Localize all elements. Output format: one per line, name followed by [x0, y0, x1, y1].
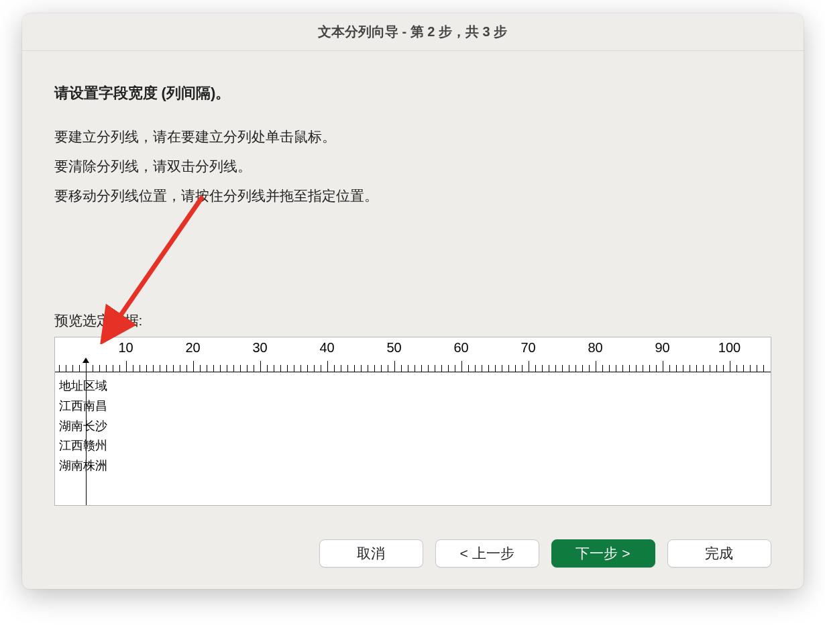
ruler-tick-minor — [354, 365, 355, 372]
ruler-tick-label: 100 — [718, 340, 740, 356]
ruler-tick-label: 70 — [520, 340, 535, 356]
back-button[interactable]: < 上一步 — [435, 539, 539, 568]
ruler-tick-minor — [441, 365, 442, 372]
ruler-tick-minor — [562, 365, 563, 372]
ruler-tick-minor — [736, 365, 737, 372]
ruler-tick-minor — [408, 365, 408, 372]
ruler-tick-minor — [710, 365, 710, 372]
instruction-move: 要移动分列线位置，请按住分列线并拖至指定位置。 — [54, 181, 771, 211]
finish-button[interactable]: 完成 — [667, 539, 771, 568]
ruler-tick-minor — [676, 365, 677, 372]
ruler-tick-minor — [428, 365, 429, 372]
next-button[interactable]: 下一步 > — [551, 539, 655, 568]
ruler-tick-minor — [575, 365, 576, 372]
ruler-tick-minor — [690, 365, 690, 372]
ruler-tick-minor — [287, 365, 288, 372]
ruler-tick-minor — [636, 365, 637, 372]
ruler-tick-minor — [468, 365, 469, 372]
ruler-tick-minor — [113, 365, 113, 372]
ruler-tick-minor — [743, 365, 744, 372]
ruler-tick-minor — [59, 365, 60, 372]
ruler-tick-label: 90 — [655, 340, 669, 356]
ruler-tick-minor — [381, 365, 382, 372]
ruler-tick-minor — [515, 365, 516, 372]
ruler-tick-minor — [368, 365, 368, 372]
ruler-tick-minor — [220, 365, 221, 372]
column-break-line[interactable] — [86, 362, 87, 505]
ruler-tick-minor — [294, 365, 294, 372]
cancel-button[interactable]: 取消 — [319, 539, 423, 568]
ruler-tick-minor — [200, 365, 201, 372]
data-preview-panel[interactable]: 102030405060708090100 地址区域江西南昌湖南长沙江西赣州湖南… — [54, 337, 771, 506]
ruler-tick-minor — [750, 365, 751, 372]
ruler-tick-minor — [347, 365, 348, 372]
ruler-tick-minor — [307, 365, 308, 372]
ruler-tick-minor — [72, 365, 73, 372]
ruler-tick-minor — [207, 365, 207, 372]
ruler-tick-minor — [99, 365, 100, 372]
ruler-tick-minor — [146, 365, 147, 372]
ruler-tick-minor — [321, 365, 321, 372]
ruler-tick-major — [193, 361, 194, 372]
ruler-tick-minor — [133, 365, 133, 372]
preview-label: 预览选定数据: — [54, 311, 771, 330]
column-ruler[interactable]: 102030405060708090100 — [55, 337, 771, 372]
preview-row: 江西南昌 — [59, 396, 771, 417]
ruler-tick-label: 50 — [386, 340, 401, 356]
ruler-tick-major — [730, 361, 730, 372]
ruler-tick-minor — [723, 365, 724, 372]
ruler-tick-minor — [180, 365, 180, 372]
ruler-tick-minor — [757, 365, 757, 372]
preview-row: 地址区域 — [59, 376, 771, 396]
ruler-tick-minor — [683, 365, 683, 372]
ruler-tick-minor — [609, 365, 610, 372]
ruler-tick-minor — [569, 365, 569, 372]
ruler-tick-minor — [629, 365, 630, 372]
ruler-tick-minor — [233, 365, 234, 372]
ruler-tick-minor — [656, 365, 657, 372]
dialog-title: 文本分列向导 - 第 2 步，共 3 步 — [318, 23, 507, 41]
ruler-tick-minor — [475, 365, 476, 372]
ruler-tick-minor — [254, 365, 254, 372]
ruler-tick-minor — [535, 365, 536, 372]
ruler-tick-minor — [166, 365, 167, 372]
ruler-tick-minor — [643, 365, 643, 372]
instruction-create: 要建立分列线，请在要建立分列处单击鼠标。 — [54, 122, 771, 152]
ruler-tick-minor — [542, 365, 543, 372]
ruler-tick-minor — [622, 365, 623, 372]
ruler-tick-minor — [401, 365, 402, 372]
ruler-tick-minor — [280, 365, 281, 372]
ruler-tick-label: 10 — [118, 340, 133, 356]
ruler-tick-minor — [421, 365, 422, 372]
ruler-tick-minor — [415, 365, 415, 372]
ruler-tick-minor — [160, 365, 160, 372]
ruler-tick-minor — [669, 365, 670, 372]
ruler-tick-label: 20 — [185, 340, 200, 356]
ruler-tick-minor — [140, 365, 140, 372]
ruler-tick-label: 60 — [453, 340, 468, 356]
ruler-tick-minor — [488, 365, 489, 372]
ruler-tick-minor — [213, 365, 214, 372]
ruler-tick-minor — [455, 365, 455, 372]
ruler-tick-label: 80 — [588, 340, 602, 356]
ruler-tick-minor — [106, 365, 107, 372]
ruler-tick-minor — [602, 365, 603, 372]
ruler-tick-minor — [93, 365, 93, 372]
ruler-tick-major — [529, 361, 529, 372]
ruler-tick-minor — [227, 365, 227, 372]
ruler-tick-minor — [267, 365, 268, 372]
ruler-tick-major — [394, 361, 395, 372]
instruction-clear: 要清除分列线，请双击分列线。 — [54, 152, 771, 181]
ruler-tick-minor — [66, 365, 66, 372]
ruler-tick-minor — [388, 365, 388, 372]
ruler-tick-minor — [703, 365, 704, 372]
ruler-tick-major — [596, 361, 596, 372]
ruler-tick-minor — [716, 365, 717, 372]
ruler-tick-minor — [582, 365, 583, 372]
ruler-tick-minor — [495, 365, 496, 372]
ruler-tick-minor — [361, 365, 362, 372]
ruler-tick-minor — [435, 365, 435, 372]
ruler-tick-label: 40 — [319, 340, 334, 356]
ruler-tick-major — [126, 361, 127, 372]
instructions-block: 要建立分列线，请在要建立分列处单击鼠标。 要清除分列线，请双击分列线。 要移动分… — [54, 122, 771, 211]
